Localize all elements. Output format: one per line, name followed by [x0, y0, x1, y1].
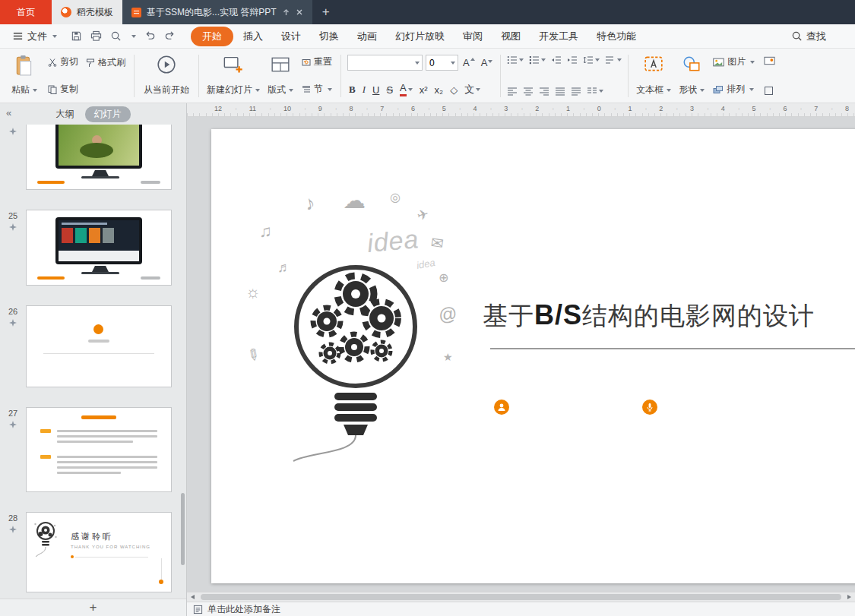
justify-icon[interactable] — [555, 87, 565, 96]
text-direction-button[interactable] — [605, 55, 622, 65]
person-icon — [497, 403, 506, 412]
undo-icon[interactable] — [144, 30, 156, 42]
ribbon-tab[interactable]: 设计 — [273, 27, 309, 46]
text-line — [57, 456, 157, 458]
increase-indent-icon[interactable] — [567, 55, 578, 65]
find-button[interactable]: 查找 — [791, 30, 849, 43]
ribbon-tab[interactable]: 视图 — [492, 27, 529, 46]
ribbon-tab[interactable]: 切换 — [311, 27, 347, 46]
textbox-button[interactable]: 文本框 — [633, 51, 674, 101]
phonetic-guide-button[interactable]: 文 — [464, 83, 480, 96]
superscript-button[interactable]: x² — [420, 84, 428, 96]
slide-thumbnail-26[interactable] — [26, 305, 172, 387]
home-tab[interactable]: 首页 — [0, 0, 52, 24]
sidebar-scrollbar-thumb[interactable] — [181, 493, 185, 565]
current-slide[interactable]: ♪☁✉@♫✎☼◎✈★♬⊕ idea idea — [211, 129, 855, 583]
scroll-right-arrow-icon[interactable] — [847, 595, 851, 599]
cut-button[interactable]: 剪切 — [44, 55, 82, 68]
decrease-font-button[interactable]: A — [480, 57, 495, 68]
tab-outline[interactable]: 大纲 — [56, 108, 74, 121]
clipped-button-top[interactable] — [760, 55, 783, 65]
columns-button[interactable] — [587, 87, 603, 96]
font-size-combo[interactable] — [426, 55, 458, 71]
new-tab-button[interactable]: + — [312, 0, 340, 24]
slide-title-text[interactable]: 基于B/S结构的电影网的设计 — [483, 299, 815, 333]
line-spacing-button[interactable] — [583, 55, 600, 65]
collapse-sidebar-icon[interactable]: « — [6, 107, 11, 118]
align-right-icon[interactable] — [539, 87, 549, 96]
ribbon-tab[interactable]: 特色功能 — [588, 27, 644, 46]
horizontal-scrollbar[interactable] — [187, 592, 855, 602]
ribbon-tab[interactable]: 开发工具 — [530, 27, 587, 46]
add-slide-button[interactable]: + — [0, 599, 186, 616]
section-button[interactable]: 节 — [298, 83, 336, 96]
clipped-button-bottom[interactable] — [760, 86, 783, 96]
horizontal-scrollbar-thumb[interactable] — [201, 594, 841, 600]
font-name-input[interactable] — [348, 56, 413, 69]
paste-button[interactable]: 粘贴 — [5, 51, 44, 101]
font-size-input[interactable] — [426, 56, 449, 69]
insert-objects-group: 文本框 形状 图片 排列 — [633, 51, 783, 101]
save-icon[interactable] — [71, 30, 82, 42]
ribbon-tab[interactable]: 插入 — [235, 27, 271, 46]
ribbon-tab[interactable]: 幻灯片放映 — [387, 27, 453, 46]
reset-button[interactable]: 重置 — [298, 55, 336, 68]
copy-button[interactable]: 复制 — [44, 83, 82, 96]
format-painter-icon — [86, 58, 95, 68]
ribbon-tab[interactable]: 审阅 — [454, 27, 491, 46]
font-group: A A B I U S A x² x₂ ◇ 文 — [346, 51, 496, 101]
redo-icon[interactable] — [164, 30, 176, 42]
print-preview-icon[interactable] — [110, 30, 122, 42]
font-color-button[interactable]: A — [400, 83, 413, 96]
font-size-caret-icon[interactable] — [451, 62, 455, 65]
notes-bar[interactable]: 单击此处添加备注 — [187, 602, 855, 616]
copy-label: 复制 — [60, 83, 78, 96]
ribbon-tabs: 插入设计切换动画幻灯片放映审阅视图开发工具特色功能 — [235, 27, 644, 46]
quickbar-options-caret-icon[interactable] — [131, 35, 136, 38]
close-tab-icon[interactable] — [296, 8, 303, 16]
slide-thumbnail-24[interactable] — [26, 125, 172, 190]
presenter-badge[interactable] — [494, 400, 509, 415]
font-name-caret-icon[interactable] — [415, 62, 420, 65]
bold-button[interactable]: B — [349, 84, 356, 96]
align-center-icon[interactable] — [523, 87, 534, 96]
caption-text-orange — [37, 181, 65, 184]
font-name-combo[interactable] — [347, 55, 423, 71]
italic-button[interactable]: I — [363, 84, 366, 96]
increase-font-button[interactable]: A — [461, 57, 477, 68]
docer-templates-tab[interactable]: 稻壳模板 — [52, 0, 122, 24]
slide-thumbnail-27[interactable] — [26, 407, 172, 492]
horizontal-ruler[interactable]: 121110987654321012345678 — [187, 103, 855, 117]
shapes-button[interactable]: 形状 — [674, 51, 709, 101]
strikethrough-button[interactable]: S — [386, 84, 393, 96]
file-menu-button[interactable]: 文件 — [6, 30, 63, 43]
ribbon-separator — [134, 55, 135, 97]
print-icon[interactable] — [90, 30, 102, 42]
picture-button[interactable]: 图片 — [709, 55, 758, 68]
advisor-badge[interactable] — [642, 400, 657, 415]
tab-slides[interactable]: 幻灯片 — [85, 106, 131, 122]
arrange-button[interactable]: 排列 — [709, 83, 758, 96]
add-slide-label: + — [90, 600, 97, 615]
slide-editing-canvas[interactable]: ♪☁✉@♫✎☼◎✈★♬⊕ idea idea — [187, 117, 855, 592]
ribbon-tab[interactable]: 动画 — [349, 27, 385, 46]
tab-home[interactable]: 开始 — [191, 27, 233, 46]
underline-button[interactable]: U — [372, 84, 379, 96]
numbered-list-button[interactable] — [529, 55, 546, 65]
bullet-list-button[interactable] — [507, 55, 524, 65]
upload-arrow-icon[interactable] — [282, 8, 290, 17]
layout-button[interactable]: 版式 — [263, 51, 298, 101]
slide-thumbnail-28[interactable]: 感谢聆听 THANK YOU FOR WATCHING — [26, 512, 172, 592]
new-slide-button[interactable]: 新建幻灯片 — [204, 51, 263, 101]
document-tab[interactable]: 基于SSM的电影...实现 答辩PPT — [122, 0, 312, 24]
scroll-left-arrow-icon[interactable] — [191, 595, 195, 599]
subscript-button[interactable]: x₂ — [435, 84, 444, 96]
sidebar-scrollbar[interactable] — [180, 125, 185, 599]
character-shading-button[interactable]: ◇ — [450, 84, 458, 96]
distribute-text-icon[interactable] — [571, 87, 581, 96]
slide-thumbnail-25[interactable] — [26, 210, 172, 286]
play-from-current-button[interactable]: 从当前开始 — [139, 51, 194, 101]
align-left-icon[interactable] — [507, 87, 518, 96]
format-painter-button[interactable]: 格式刷 — [82, 56, 129, 69]
decrease-indent-icon[interactable] — [551, 55, 562, 65]
